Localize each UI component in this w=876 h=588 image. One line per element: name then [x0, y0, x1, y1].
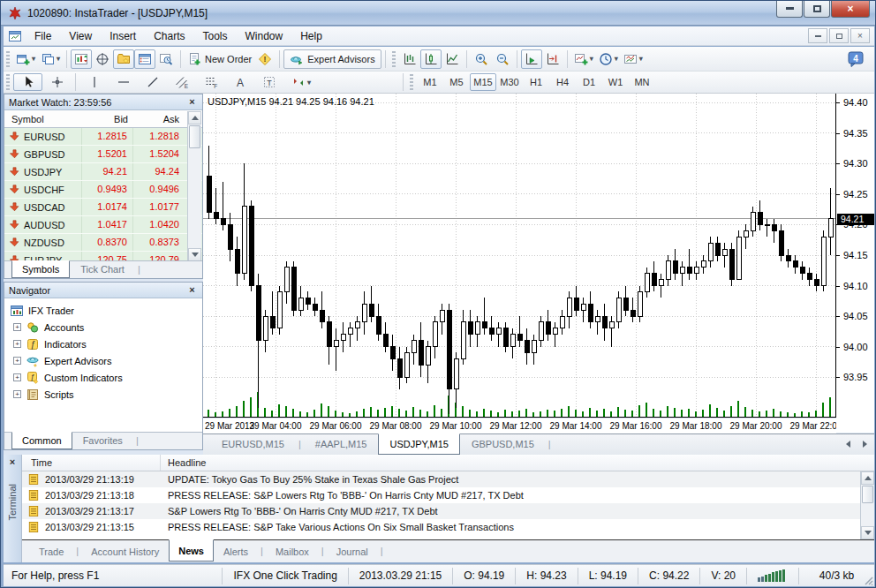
- period-mn-button[interactable]: MN: [629, 73, 655, 91]
- expand-icon[interactable]: +: [13, 340, 21, 348]
- equidistant-channel-tool[interactable]: E: [167, 73, 196, 91]
- zoom-in-button[interactable]: [471, 49, 492, 69]
- market-watch-titlebar[interactable]: Market Watch: 23:59:56 ×: [4, 94, 202, 110]
- horizontal-line-tool[interactable]: [109, 73, 138, 91]
- tree-item-expert-advisors[interactable]: + Expert Advisors: [10, 352, 202, 369]
- period-h1-button[interactable]: H1: [523, 73, 549, 91]
- strategy-tester-button[interactable]: [155, 49, 177, 69]
- chart-tab-eurusd[interactable]: EURUSD,M15: [210, 433, 296, 455]
- chat-button[interactable]: 4: [844, 49, 867, 69]
- resize-grip[interactable]: [862, 574, 873, 585]
- tree-item-accounts[interactable]: + Accounts: [10, 319, 202, 335]
- chart-tab-aapl[interactable]: #AAPL,M15: [304, 433, 379, 455]
- text-tool[interactable]: A: [225, 73, 254, 91]
- time-axis[interactable]: 29 Mar 201329 Mar 04:0029 Mar 06:0029 Ma…: [203, 418, 836, 433]
- column-bid[interactable]: Bid: [82, 114, 133, 124]
- tab-trade[interactable]: Trade: [29, 541, 73, 562]
- chart-tab-gbpusd[interactable]: GBPUSD,M15: [460, 433, 546, 455]
- chart-shift-button[interactable]: [542, 49, 563, 69]
- market-watch-row[interactable]: USDJPY94.2194.24: [4, 163, 202, 181]
- period-m15-button[interactable]: M15: [470, 73, 496, 91]
- scroll-thumb[interactable]: [862, 486, 873, 503]
- tree-root-ifx-trader[interactable]: IFX Trader: [10, 302, 202, 319]
- tab-favorites[interactable]: Favorites: [72, 432, 133, 449]
- market-watch-row[interactable]: GBPUSD1.52011.5204: [4, 146, 202, 163]
- close-button[interactable]: ×: [831, 1, 870, 18]
- periods-button[interactable]: ▾: [596, 49, 621, 69]
- profiles-button[interactable]: ▾: [38, 49, 63, 69]
- new-chart-button[interactable]: ▾: [13, 49, 38, 69]
- column-symbol[interactable]: Symbol: [4, 114, 82, 124]
- column-headline[interactable]: Headline: [161, 457, 874, 468]
- trendline-tool[interactable]: [138, 73, 167, 91]
- toolbar-drag-handle[interactable]: [6, 51, 10, 67]
- column-time[interactable]: Time: [22, 455, 161, 471]
- mdi-restore-button[interactable]: [829, 28, 849, 43]
- text-label-tool[interactable]: T: [254, 73, 283, 91]
- tab-news[interactable]: News: [169, 539, 214, 562]
- tab-account-history[interactable]: Account History: [81, 541, 169, 562]
- status-one-click-trading[interactable]: IFX One Click Trading: [222, 568, 347, 584]
- zoom-out-button[interactable]: [492, 49, 513, 69]
- scroll-thumb[interactable]: [189, 125, 200, 148]
- tab-scroll-left-button[interactable]: [842, 441, 850, 448]
- indicators-button[interactable]: ▾: [571, 49, 596, 69]
- market-watch-row[interactable]: EURJPY120.75120.79: [4, 252, 202, 260]
- new-order-button[interactable]: New Order: [185, 49, 254, 69]
- navigator-titlebar[interactable]: Navigator ×: [4, 283, 202, 298]
- market-watch-row[interactable]: AUDUSD1.04171.0420: [4, 216, 202, 234]
- chart-tab-usdjpy[interactable]: USDJPY,M15: [378, 433, 459, 455]
- menu-tools[interactable]: Tools: [194, 27, 237, 45]
- market-watch-row[interactable]: NZDUSD0.83700.8373: [4, 234, 202, 252]
- news-row[interactable]: 2013/03/29 21:13:15PRESS RELEASE: S&P Ta…: [22, 519, 874, 535]
- market-watch-row[interactable]: EURUSD1.28151.2818: [4, 128, 202, 146]
- candlestick-chart-button[interactable]: [420, 49, 442, 69]
- period-h4-button[interactable]: H4: [549, 73, 576, 91]
- period-m1-button[interactable]: M1: [417, 73, 443, 91]
- mdi-close-button[interactable]: ×: [850, 28, 870, 43]
- tab-scroll-right-button[interactable]: [863, 441, 871, 448]
- important-button[interactable]: !: [254, 49, 276, 69]
- menu-view[interactable]: View: [60, 27, 101, 45]
- fibonacci-tool[interactable]: F: [196, 73, 225, 91]
- price-axis[interactable]: 94.4094.3594.3094.2594.2094.1594.1094.05…: [836, 94, 874, 433]
- arrows-tool[interactable]: ▾: [283, 73, 319, 91]
- crosshair-tool[interactable]: [42, 73, 72, 91]
- terminal-close-button[interactable]: ×: [7, 456, 19, 468]
- market-watch-scrollbar[interactable]: [187, 111, 201, 261]
- navigator-close-button[interactable]: ×: [186, 284, 198, 296]
- news-row[interactable]: 2013/03/29 21:13:18PRESS RELEASE: S&P Lo…: [22, 487, 874, 503]
- tree-item-indicators[interactable]: + ƒ Indicators: [10, 335, 202, 352]
- news-row[interactable]: 2013/03/29 21:13:17S&P Lowers Rtg To 'BB…: [22, 503, 874, 519]
- templates-button[interactable]: ▾: [621, 49, 646, 69]
- minimize-button[interactable]: [776, 1, 803, 18]
- period-m30-button[interactable]: M30: [496, 73, 523, 91]
- tab-tick-chart[interactable]: Tick Chart: [70, 260, 135, 278]
- market-watch-row[interactable]: USDCHF0.94930.9496: [4, 181, 202, 199]
- market-watch-close-button[interactable]: ×: [186, 96, 198, 108]
- cursor-tool[interactable]: [13, 73, 42, 91]
- scroll-up-button[interactable]: [861, 471, 874, 485]
- scroll-down-button[interactable]: [188, 248, 201, 261]
- tab-mailbox[interactable]: Mailbox: [266, 541, 319, 562]
- menu-window[interactable]: Window: [237, 27, 292, 45]
- news-row[interactable]: 2013/03/29 21:13:19UPDATE: Tokyo Gas To …: [22, 471, 874, 487]
- market-watch-toggle[interactable]: [71, 49, 92, 69]
- period-d1-button[interactable]: D1: [576, 73, 602, 91]
- expand-icon[interactable]: +: [13, 373, 21, 381]
- expert-advisors-button[interactable]: Expert Advisors: [283, 49, 381, 69]
- vertical-line-tool[interactable]: [79, 73, 109, 91]
- expand-icon[interactable]: +: [13, 357, 21, 365]
- data-window-button[interactable]: [92, 49, 113, 69]
- auto-scroll-button[interactable]: [521, 49, 542, 69]
- terminal-toggle[interactable]: [134, 49, 155, 69]
- column-ask[interactable]: Ask: [133, 114, 185, 124]
- period-m5-button[interactable]: M5: [443, 73, 470, 91]
- maximize-button[interactable]: [804, 1, 830, 18]
- tree-item-scripts[interactable]: + Scripts: [10, 386, 202, 403]
- tab-alerts[interactable]: Alerts: [214, 541, 258, 562]
- tab-common[interactable]: Common: [11, 432, 72, 449]
- menu-insert[interactable]: Insert: [101, 27, 145, 45]
- market-watch-row[interactable]: USDCAD1.01741.0177: [4, 199, 202, 216]
- line-chart-button[interactable]: [442, 49, 463, 69]
